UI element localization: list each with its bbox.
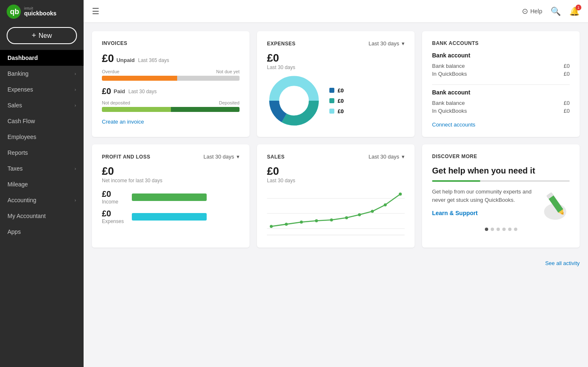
income-value: £0	[102, 189, 127, 199]
discover-more-title: DISCOVER MORE	[432, 154, 570, 159]
svg-point-15	[358, 213, 361, 216]
sidebar-item-employees[interactable]: Employees	[0, 129, 84, 145]
learn-support-link[interactable]: Learn & Support	[432, 210, 541, 216]
create-invoice-link[interactable]: Create an invoice	[102, 119, 240, 125]
sidebar-item-label: Expenses	[7, 86, 33, 93]
search-button[interactable]: 🔍	[549, 5, 563, 18]
bank-accounts-card: BANK ACCOUNTS Bank account Bank balance …	[422, 31, 580, 137]
dot-5[interactable]	[508, 228, 511, 231]
sales-period-label: Last 30 days	[368, 154, 399, 160]
not-due-bar-fill	[177, 76, 240, 81]
sidebar-item-apps[interactable]: Apps	[0, 224, 84, 240]
bank-account-2-name: Bank account	[432, 89, 570, 96]
bank-account-2-qb-value: £0	[564, 108, 570, 114]
svg-point-18	[399, 193, 402, 196]
new-button-label: New	[39, 32, 52, 40]
dot-3[interactable]	[497, 228, 500, 231]
invoices-unpaid-period: Last 365 days	[138, 57, 169, 63]
discover-pagination-dots	[432, 228, 570, 231]
profit-loss-amount: £0	[102, 165, 240, 178]
dot-4[interactable]	[502, 228, 506, 231]
svg-point-10	[285, 223, 288, 226]
sales-period-selector[interactable]: Last 30 days ▾	[368, 154, 405, 160]
sidebar-item-taxes[interactable]: Taxes ›	[0, 161, 84, 176]
invoices-unpaid-amount: £0	[102, 52, 114, 65]
dot-6[interactable]	[514, 228, 517, 231]
sidebar-item-label: Mileage	[7, 181, 28, 188]
profit-loss-title: PROFIT AND LOSS	[102, 154, 150, 160]
logo-quickbooks-label: quickbooks	[24, 10, 57, 16]
legend-value-3: £0	[338, 108, 343, 114]
sidebar-item-expenses[interactable]: Expenses ›	[0, 82, 84, 97]
discover-progress-bar	[432, 180, 570, 182]
pencil-illustration	[541, 188, 570, 221]
topbar: ☰ ⊙ Help 🔍 🔔 1	[84, 0, 588, 23]
bank-account-2-balance-value: £0	[564, 100, 570, 106]
income-bar-row: £0 Income	[102, 189, 240, 205]
expenses-bar-label: Expenses	[102, 218, 127, 224]
dot-2[interactable]	[491, 228, 494, 231]
sidebar-item-my-accountant[interactable]: My Accountant	[0, 208, 84, 224]
sidebar-item-accounting[interactable]: Accounting ›	[0, 192, 84, 208]
discover-content: Get help when you need it Get help from …	[432, 165, 570, 221]
help-button[interactable]: ⊙ Help	[522, 7, 542, 16]
bank-account-2-balance-row: Bank balance £0	[432, 99, 570, 107]
help-circle-icon: ⊙	[522, 7, 528, 16]
invoices-paid-period: Last 30 days	[128, 89, 157, 94]
hamburger-icon[interactable]: ☰	[92, 6, 99, 16]
discover-more-card: DISCOVER MORE Get help when you need it …	[422, 144, 580, 248]
bank-account-1-qb-value: £0	[564, 71, 570, 77]
quickbooks-logo-icon: qb	[7, 5, 21, 19]
new-button[interactable]: + New	[7, 27, 77, 44]
deposited-label: Deposited	[219, 100, 240, 105]
topbar-left: ☰	[92, 6, 99, 16]
legend-item-2: £0	[329, 98, 343, 104]
main-content: ☰ ⊙ Help 🔍 🔔 1 INVOICES £0 Unpaid Last 3…	[84, 0, 588, 367]
sidebar: qb intuit quickbooks + New Dashboard Ban…	[0, 0, 84, 367]
discover-progress-fill	[432, 180, 480, 182]
bank-account-2-qb-row: In QuickBooks £0	[432, 107, 570, 115]
svg-point-13	[330, 218, 333, 221]
logo: qb intuit quickbooks	[0, 0, 84, 23]
see-all-activity-link[interactable]: See all activity	[545, 260, 580, 266]
sidebar-item-sales[interactable]: Sales ›	[0, 97, 84, 113]
profit-loss-card: PROFIT AND LOSS Last 30 days ▾ £0 Net in…	[92, 144, 250, 248]
expenses-legend: £0 £0 £0	[329, 87, 343, 114]
invoices-card: INVOICES £0 Unpaid Last 365 days Overdue…	[92, 31, 250, 137]
bank-accounts-title: BANK ACCOUNTS	[432, 40, 570, 46]
sales-card: SALES Last 30 days ▾ £0 Last 30 days	[257, 144, 415, 248]
expenses-card-title: EXPENSES	[267, 41, 296, 47]
sidebar-item-banking[interactable]: Banking ›	[0, 66, 84, 82]
sidebar-item-mileage[interactable]: Mileage	[0, 176, 84, 192]
bank-account-1-name: Bank account	[432, 52, 570, 59]
income-bar	[132, 193, 207, 201]
chevron-down-icon: ▾	[237, 154, 240, 160]
dot-1[interactable]	[485, 228, 488, 231]
bank-account-1-qb-label: In QuickBooks	[432, 71, 467, 77]
sidebar-item-dashboard[interactable]: Dashboard	[0, 50, 84, 66]
profit-loss-period-selector[interactable]: Last 30 days ▾	[203, 154, 240, 160]
plus-icon: +	[32, 31, 36, 40]
svg-point-16	[371, 210, 374, 213]
sidebar-item-cashflow[interactable]: Cash Flow	[0, 113, 84, 129]
profit-loss-period-label: Last 30 days	[203, 154, 234, 160]
legend-dot-3	[329, 109, 334, 114]
notification-button[interactable]: 🔔 1	[569, 6, 580, 16]
expenses-period-selector[interactable]: Last 30 days ▾	[368, 40, 405, 47]
chevron-right-icon: ›	[74, 198, 76, 203]
sidebar-item-reports[interactable]: Reports	[0, 145, 84, 161]
legend-item-1: £0	[329, 87, 343, 94]
expenses-donut-chart	[267, 74, 321, 128]
sidebar-item-label: Cash Flow	[7, 118, 35, 124]
net-income-label: Net income for last 30 days	[102, 178, 240, 184]
invoices-card-title: INVOICES	[102, 40, 240, 46]
invoices-paid-label: Paid	[114, 88, 125, 94]
discover-heading: Get help when you need it	[432, 165, 570, 176]
income-label: Income	[102, 199, 127, 205]
legend-dot-1	[329, 88, 334, 93]
connect-accounts-link[interactable]: Connect accounts	[432, 122, 570, 128]
invoices-paid-row: £0 Paid Last 30 days	[102, 87, 240, 96]
invoices-deposited-section: Not deposited Deposited	[102, 100, 240, 112]
sales-card-header: SALES Last 30 days ▾	[267, 154, 405, 160]
bank-account-1-balance-label: Bank balance	[432, 63, 465, 69]
